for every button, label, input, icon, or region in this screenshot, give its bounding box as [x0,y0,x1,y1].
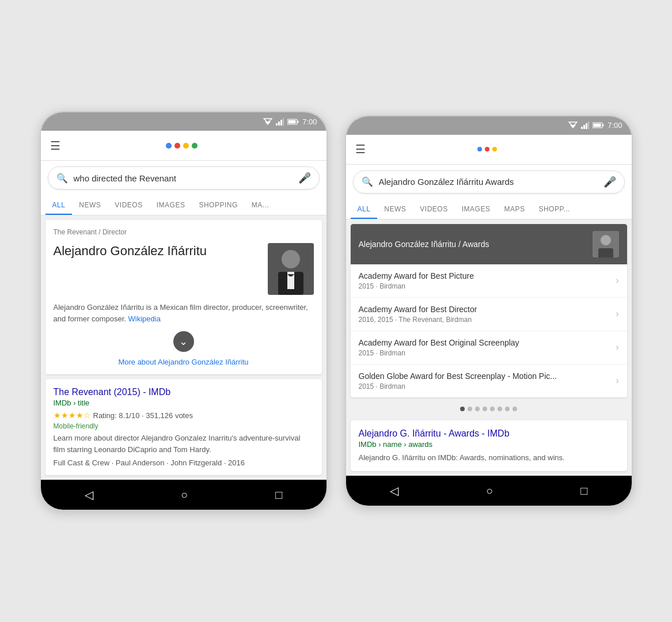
svg-rect-21 [603,124,604,127]
award-title-1: Academy Award for Best Director [359,305,477,314]
result-title-2[interactable]: Alejandro G. Iñárritu - Awards - IMDb [359,428,619,439]
wikipedia-link[interactable]: Wikipedia [128,314,161,323]
award-content-3: Golden Globe Award for Best Screenplay -… [359,371,557,390]
home-button-2[interactable]: ○ [486,484,493,498]
tab-images-1[interactable]: IMAGES [150,195,192,215]
award-item-2[interactable]: Academy Award for Best Original Screenpl… [351,331,627,365]
mobile-friendly-badge: Mobile-friendly [54,422,314,430]
svg-rect-7 [298,120,299,123]
award-sub-3: 2015 · Birdman [359,382,557,390]
page-dot-3 [483,407,487,411]
svg-rect-19 [588,122,589,129]
mic-icon-2[interactable]: 🎤 [603,176,616,188]
award-item-3[interactable]: Golden Globe Award for Best Screenplay -… [351,365,627,397]
pagination-dots [346,402,632,416]
phone-2: 7:00 ☰ 🔍 Alejandro González Iñárritu Awa… [345,115,633,507]
battery-icon [287,119,299,125]
svg-rect-3 [278,122,280,126]
kp-main: Alejandro González Iñárritu [54,243,314,295]
search-bar-container-1: 🔍 who directed the Revenant 🎤 [41,161,326,195]
result-url-1: IMDb › title [54,399,314,407]
svg-marker-1 [264,119,272,123]
kp-photo [268,243,314,295]
result-title-1[interactable]: The Revenant (2015) - IMDb [54,387,314,397]
tab-bar-2: ALL NEWS VIDEOS IMAGES MAPS SHOPP... [346,199,632,219]
award-item-1[interactable]: Academy Award for Best Director 2016, 20… [351,298,627,331]
page-dot-6 [505,407,510,411]
tab-videos-1[interactable]: VIDEOS [108,195,149,215]
svg-marker-15 [569,122,577,126]
chevron-down-icon: ⌄ [179,335,188,348]
awards-header-text: Alejandro González Iñárritu / Awards [359,240,489,249]
hamburger-menu-2[interactable]: ☰ [355,142,366,156]
home-button-1[interactable]: ○ [181,488,188,502]
mic-icon-1[interactable]: 🎤 [298,172,311,184]
recents-button-2[interactable]: □ [580,484,587,498]
result-snippet-2: Alejandro G. Iñárritu on IMDb: Awards, n… [359,452,619,464]
expand-button[interactable]: ⌄ [173,331,194,352]
tab-all-1[interactable]: ALL [45,195,73,215]
chevron-right-icon-1: › [616,309,618,319]
tab-videos-2[interactable]: VIDEOS [413,199,454,219]
back-button-1[interactable]: ◁ [85,488,93,502]
result-rating: ★★★★☆ Rating: 8.1/10 · 351,126 votes [54,411,314,420]
tab-news-1[interactable]: NEWS [72,195,108,215]
svg-point-24 [601,235,611,245]
page-dot-1 [468,407,472,411]
svg-rect-8 [288,120,296,123]
awards-panel-card: Alejandro González Iñárritu / Awards Aca… [351,224,627,397]
tab-more-1[interactable]: MA... [245,195,276,215]
dot-green-1 [192,143,198,149]
rating-stars: ★★★★☆ [54,411,91,420]
page-dot-5 [498,407,502,411]
award-item-0[interactable]: Academy Award for Best Picture 2015 · Bi… [351,264,627,298]
wifi-icon [263,118,272,126]
dot-yellow-2 [492,147,497,151]
more-about-link[interactable]: More about Alejandro González Iñárritu [54,358,314,366]
chevron-right-icon-3: › [616,376,618,386]
kp-desc: Alejandro González Iñárritu is a Mexican… [54,302,314,324]
svg-rect-17 [583,125,585,129]
award-title-3: Golden Globe Award for Best Screenplay -… [359,371,557,381]
signal-icon [276,118,284,126]
signal-icon-2 [581,122,589,129]
back-button-2[interactable]: ◁ [390,484,398,498]
search-bar-2[interactable]: 🔍 Alejandro González Iñárritu Awards 🎤 [353,170,625,194]
svg-rect-25 [598,248,613,257]
award-title-2: Academy Award for Best Original Screenpl… [359,338,519,347]
svg-rect-5 [283,118,284,126]
svg-rect-4 [280,120,282,126]
award-content-2: Academy Award for Best Original Screenpl… [359,338,519,357]
top-bar-1: ☰ [41,131,326,161]
award-sub-1: 2016, 2015 · The Revenant, Birdman [359,316,477,324]
tab-images-2[interactable]: IMAGES [455,199,498,219]
page-dot-7 [512,407,517,411]
hamburger-menu-1[interactable]: ☰ [50,139,60,153]
rating-text: Rating: 8.1/10 · 351,126 votes [93,411,193,420]
dot-blue-2 [477,147,482,151]
status-bar-content-2: 7:00 [568,121,622,130]
time-display-1: 7:00 [302,117,317,126]
kp-name: Alejandro González Iñárritu [54,243,261,260]
tab-maps-2[interactable]: MAPS [497,199,531,219]
dot-blue-1 [166,143,172,149]
tab-all-2[interactable]: ALL [351,199,378,219]
tab-more-2[interactable]: SHOPP... [531,199,576,219]
google-logo-1 [166,143,198,149]
search-query-1[interactable]: who directed the Revenant [74,173,293,183]
battery-icon-2 [593,122,604,128]
award-sub-2: 2015 · Birdman [359,349,519,357]
status-bar-1: 7:00 [41,112,326,131]
award-content-0: Academy Award for Best Picture 2015 · Bi… [359,271,474,290]
imdb-awards-result-card: Alejandro G. Iñárritu - Awards - IMDb IM… [351,420,627,472]
search-bar-container-2: 🔍 Alejandro González Iñárritu Awards 🎤 [346,165,632,199]
status-bar-content: 7:00 [263,117,317,126]
dot-yellow-1 [183,143,189,149]
tab-news-2[interactable]: NEWS [377,199,413,219]
recents-button-1[interactable]: □ [275,488,282,502]
svg-rect-2 [276,123,278,126]
tab-shopping-1[interactable]: SHOPPING [192,195,244,215]
search-bar-1[interactable]: 🔍 who directed the Revenant 🎤 [48,166,320,189]
award-title-0: Academy Award for Best Picture [359,271,474,280]
search-query-2[interactable]: Alejandro González Iñárritu Awards [379,177,598,187]
